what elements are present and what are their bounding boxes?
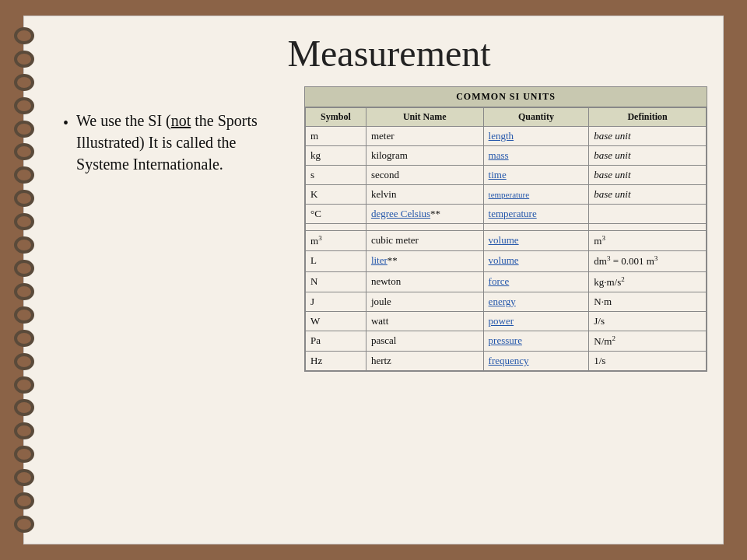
cell-symbol: L (306, 251, 366, 271)
cell-unit-name: kilogram (366, 146, 483, 166)
cell-quantity[interactable]: mass (483, 146, 589, 166)
content-area: • We use the SI (not the Sports Illustra… (24, 86, 723, 544)
col-header-quantity: Quantity (483, 108, 589, 127)
spiral-ring (14, 469, 34, 486)
definition-text: base unit (594, 149, 630, 161)
table-row: Nnewtonforcekg·m/s2 (306, 271, 707, 292)
spiral-ring (14, 51, 34, 68)
spiral-ring (14, 422, 34, 439)
not-text: not (171, 112, 191, 129)
units-table: Symbol Unit Name Quantity Definition mme… (305, 107, 707, 371)
bullet-content: We use the SI (not the Sports Illustrate… (76, 110, 281, 175)
quantity-link[interactable]: mass (489, 149, 509, 161)
cell-quantity[interactable]: volume (483, 251, 589, 271)
cell-quantity[interactable]: length (483, 127, 589, 146)
col-header-definition: Definition (589, 108, 707, 127)
spiral-ring (14, 27, 34, 44)
quantity-link[interactable]: temperature (489, 190, 530, 199)
cell-quantity[interactable]: pressure (483, 331, 589, 351)
spiral-ring (14, 492, 34, 509)
cell-unit-name: cubic meter (366, 231, 483, 251)
cell-quantity[interactable]: volume (483, 231, 589, 251)
cell-quantity (483, 224, 589, 231)
cell-definition: m3 (589, 231, 707, 251)
cell-unit-name: second (366, 166, 483, 185)
cell-definition: J/s (589, 311, 707, 331)
cell-definition: base unit (589, 146, 707, 166)
table-row: Kkelvintemperaturebase unit (306, 185, 707, 205)
unit-link[interactable]: degree Celsius (371, 208, 430, 219)
spiral-ring (14, 376, 34, 394)
page: Measurement • We use the SI (not the Spo… (23, 16, 724, 544)
cell-unit-name[interactable]: liter** (366, 251, 483, 271)
cell-symbol: K (306, 185, 366, 205)
spiral-ring (14, 330, 34, 347)
table-row: JjouleenergyN·m (306, 292, 707, 311)
cell-symbol: m (306, 127, 366, 146)
quantity-link[interactable]: time (489, 169, 507, 180)
cell-definition: N·m (589, 292, 707, 311)
cell-unit-name: pascal (366, 331, 483, 351)
cell-symbol: °C (306, 205, 366, 224)
si-units-table: COMMON SI UNITS Symbol Unit Name Quantit… (304, 86, 707, 372)
spiral-ring (14, 166, 34, 184)
table-row: mmeterlengthbase unit (306, 127, 707, 146)
cell-symbol: W (306, 311, 366, 331)
quantity-link[interactable]: length (489, 130, 514, 142)
spiral-ring (14, 143, 34, 160)
quantity-link[interactable]: force (489, 275, 510, 287)
spiral-ring (14, 446, 34, 463)
page-title: Measurement (24, 16, 723, 86)
cell-symbol: Hz (306, 352, 366, 371)
cell-unit-name: newton (366, 271, 483, 292)
cell-quantity[interactable]: power (483, 311, 589, 331)
cell-definition (589, 205, 707, 224)
cell-definition: base unit (589, 127, 707, 146)
cell-quantity[interactable]: time (483, 166, 589, 185)
quantity-link[interactable]: volume (489, 234, 519, 246)
unit-link[interactable]: liter (371, 254, 388, 266)
cell-definition: 1/s (589, 352, 707, 371)
definition-text: base unit (594, 169, 630, 180)
cell-unit-name (366, 224, 483, 231)
cell-quantity[interactable]: temperature (483, 205, 589, 224)
spiral-ring (14, 516, 34, 533)
table-row: °Cdegree Celsius**temperature (306, 205, 707, 224)
spiral-ring (14, 306, 34, 324)
quantity-link[interactable]: power (489, 315, 514, 327)
cell-quantity[interactable]: energy (483, 292, 589, 311)
cell-definition: base unit (589, 166, 707, 185)
left-panel: • We use the SI (not the Sports Illustra… (63, 86, 281, 528)
col-header-symbol: Symbol (306, 108, 366, 127)
spiral-ring (14, 399, 34, 416)
quantity-link[interactable]: frequency (489, 355, 529, 366)
bullet-item: • We use the SI (not the Sports Illustra… (63, 110, 281, 175)
table-row: kgkilogrammassbase unit (306, 146, 707, 166)
cell-unit-name: hertz (366, 352, 483, 371)
cell-definition: kg·m/s2 (589, 271, 707, 292)
spiral-ring (14, 121, 34, 138)
quantity-link[interactable]: temperature (489, 208, 537, 219)
table-row: Hzhertzfrequency1/s (306, 352, 707, 371)
cell-symbol: J (306, 292, 366, 311)
bullet-dot: • (63, 112, 68, 175)
table-row: Lliter**volumedm3 = 0.001 m3 (306, 251, 707, 271)
cell-quantity[interactable]: temperature (483, 185, 589, 205)
cell-symbol: Pa (306, 331, 366, 351)
quantity-link[interactable]: volume (489, 254, 519, 266)
cell-quantity[interactable]: force (483, 271, 589, 292)
cell-unit-name: meter (366, 127, 483, 146)
spiral-ring (14, 74, 34, 91)
cell-unit-name: joule (366, 292, 483, 311)
cell-quantity[interactable]: frequency (483, 352, 589, 371)
quantity-link[interactable]: energy (489, 296, 516, 307)
spiral-ring (14, 283, 34, 300)
cell-definition: dm3 = 0.001 m3 (589, 251, 707, 271)
spiral-ring (14, 190, 34, 207)
text-before: We use the SI ( (76, 112, 171, 129)
spiral-ring (14, 353, 34, 370)
spiral-ring (14, 236, 34, 254)
quantity-link[interactable]: pressure (489, 334, 522, 346)
cell-unit-name[interactable]: degree Celsius** (366, 205, 483, 224)
cell-symbol: kg (306, 146, 366, 166)
